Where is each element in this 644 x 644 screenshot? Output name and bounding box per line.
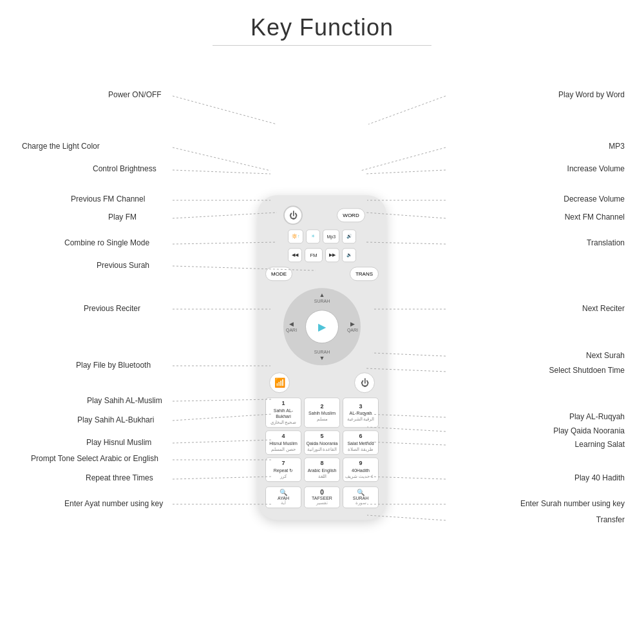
label-prompt-tone: Prompt Tone Select Arabic or English: [31, 454, 158, 463]
key-7[interactable]: 7 Repeat ↻ كرر: [265, 457, 301, 482]
remote-container: ⏻ WORD 🔆↑ ☀ Mp3 🔊 ◀◀ FM ▶▶ 🔉 MODE TRANS: [258, 195, 386, 520]
key-1[interactable]: 1 Sahih AL-Bukhari صحيح البخاري: [265, 397, 301, 428]
next-surah-button[interactable]: SURAH ▼: [314, 350, 330, 361]
key-6[interactable]: 6 Salat Method طريقة الصلاة: [343, 430, 379, 455]
label-increase-vol: Increase Volume: [567, 164, 625, 173]
word-button[interactable]: WORD: [337, 208, 365, 222]
svg-line-22: [173, 440, 272, 443]
label-enter-surah: Enter Surah number using key: [520, 499, 625, 508]
mp3-button[interactable]: Mp3: [323, 229, 339, 243]
label-next-fm: Next FM Channel: [565, 213, 625, 222]
page-title: Key Function: [0, 0, 644, 41]
label-combine-single: Combine ro Single Mode: [64, 238, 149, 247]
fm-row: ◀◀ FM ▶▶ 🔉: [265, 248, 379, 262]
nav-pad: ▲ SURAH SURAH ▼ ◀ QARI ▶ QARI ▶: [283, 288, 361, 365]
label-prev-fm: Previous FM Channel: [71, 194, 145, 204]
mode-row: MODE TRANS: [265, 267, 379, 281]
top-button-row: ⏻ WORD: [265, 205, 379, 225]
label-prev-surah: Previous Surah: [97, 261, 149, 270]
label-play-ruqyah: Play AL-Ruqyah: [569, 412, 625, 421]
svg-line-4: [361, 147, 446, 171]
label-play-hisnul: Play Hisnul Muslim: [86, 438, 151, 447]
key-9[interactable]: 9 40Hadith ٤٠ حديث شريف: [343, 457, 379, 482]
svg-line-19: [173, 414, 272, 421]
key-5[interactable]: 5 Qaida Noorania القاعدة النورانية: [304, 430, 340, 455]
label-mp3: MP3: [609, 142, 625, 151]
next-fm-button[interactable]: ▶▶: [325, 248, 339, 262]
label-repeat-three: Repeat three Times: [86, 473, 153, 482]
svg-line-3: [173, 170, 270, 174]
bluetooth-button[interactable]: 📶: [269, 372, 290, 393]
svg-line-2: [173, 147, 270, 171]
remote-body: ⏻ WORD 🔆↑ ☀ Mp3 🔊 ◀◀ FM ▶▶ 🔉 MODE TRANS: [258, 195, 386, 520]
prev-reciter-button[interactable]: ◀ QARI: [286, 321, 297, 332]
label-play-qaida: Play Qaida Noorania: [553, 426, 625, 435]
label-enter-ayat: Enter Ayat number using key: [64, 499, 163, 508]
power-button[interactable]: ⏻: [283, 205, 303, 225]
key-8[interactable]: 8 Arabic English اللغة: [304, 457, 340, 482]
surah-key-button[interactable]: 🔍 SURAH سورة: [343, 486, 379, 508]
keypad-grid: 1 Sahih AL-Bukhari صحيح البخاري 2 Sahih …: [265, 397, 379, 482]
label-translation: Translation: [587, 238, 625, 247]
label-prev-reciter: Previous Reciter: [84, 304, 140, 313]
label-next-surah: Next Surah: [586, 351, 625, 360]
trans-button[interactable]: TRANS: [350, 267, 379, 281]
label-charge-light: Charge the Light Color: [22, 142, 100, 151]
prev-fm-button[interactable]: ◀◀: [288, 248, 302, 262]
next-reciter-button[interactable]: ▶ QARI: [347, 321, 358, 332]
increase-volume-button[interactable]: 🔊: [342, 229, 356, 243]
decrease-volume-button[interactable]: 🔉: [342, 248, 356, 262]
label-select-shutdown: Select Shutdoen Time: [549, 366, 625, 375]
label-play-muslim: Play Sahih AL-Muslim: [87, 396, 162, 405]
label-play-40hadith: Play 40 Hadith: [574, 473, 625, 482]
prev-surah-button[interactable]: ▲ SURAH: [314, 292, 330, 303]
key-3[interactable]: 3 AL-Ruqyah الرقية الشرعية: [343, 397, 379, 428]
light-color-button[interactable]: 🔆↑: [288, 229, 304, 243]
label-next-reciter: Next Reciter: [582, 304, 625, 313]
label-learning-salat: Learning Salat: [575, 440, 625, 449]
label-transfer: Transfer: [596, 515, 625, 524]
shutdown-button[interactable]: ⏻: [354, 372, 375, 393]
mode-button[interactable]: MODE: [265, 267, 292, 281]
label-play-word: Play Word by Word: [558, 90, 625, 99]
label-play-bukhari: Play Sahih AL-Bukhari: [77, 415, 154, 424]
bottom-key-row: 🔍 AYAH آية 0 TAFSEER تفسير 🔍 SURAH سورة: [265, 486, 379, 508]
svg-line-1: [368, 96, 446, 124]
label-power-onoff: Power ON/OFF: [108, 90, 162, 99]
title-divider: [213, 45, 431, 46]
mid-button-row: 📶 ⏻: [265, 372, 379, 393]
label-decrease-vol: Decrease Volume: [564, 194, 625, 204]
svg-line-18: [173, 399, 272, 401]
brightness-row: 🔆↑ ☀ Mp3 🔊: [265, 229, 379, 243]
label-control-brightness: Control Brightness: [93, 164, 156, 173]
tafseer-button[interactable]: 0 TAFSEER تفسير: [304, 486, 340, 508]
nav-center-button[interactable]: ▶: [305, 310, 339, 343]
key-4[interactable]: 4 Hisnul Muslim حصن المسلم: [265, 430, 301, 455]
label-play-bluetooth: Play File by Bluetooth: [76, 361, 151, 370]
svg-line-0: [173, 96, 277, 124]
svg-line-25: [173, 477, 272, 479]
fm-button[interactable]: FM: [305, 248, 323, 262]
brightness-button[interactable]: ☀: [306, 229, 320, 243]
key-2[interactable]: 2 Sahih Muslim مسلم: [304, 397, 340, 428]
svg-line-5: [365, 170, 446, 174]
label-play-fm: Play FM: [108, 213, 137, 222]
ayah-button[interactable]: 🔍 AYAH آية: [265, 486, 301, 508]
